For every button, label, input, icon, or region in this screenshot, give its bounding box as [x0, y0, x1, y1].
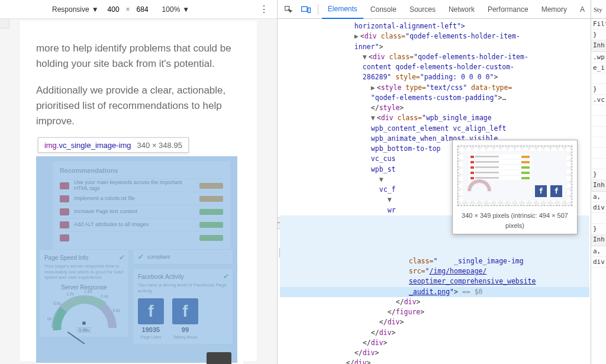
zoom-select[interactable]: 100% ▼ — [162, 5, 190, 14]
element-tooltip: img.vc_single_image-img 340 × 348.95 — [38, 137, 189, 153]
dom-tree[interactable]: ⋯ horizontal-alignment-left"> ▶<div clas… — [278, 19, 591, 364]
zoom-label: 100% — [162, 5, 180, 14]
chevron-down-icon: ▼ — [182, 5, 189, 14]
tab-more[interactable]: A — [574, 0, 591, 19]
tab-network[interactable]: Network — [443, 0, 481, 19]
disclosure-arrow-icon[interactable]: ▼ — [363, 52, 369, 62]
src-link[interactable]: seoptimer_comprehensive_website — [409, 277, 536, 285]
devtools-tabs: Elements Console Sources Network Perform… — [278, 0, 591, 19]
src-link[interactable]: _audit.png — [409, 288, 450, 296]
dimension-separator: × — [126, 5, 130, 14]
tab-sources[interactable]: Sources — [404, 0, 441, 19]
device-viewport: more to help identify problems that coul… — [0, 19, 277, 364]
tab-console[interactable]: Console — [365, 0, 402, 19]
image-preview-label: 340 × 349 pixels (intrinsic: 494 × 507 p… — [453, 209, 577, 234]
disclosure-arrow-icon[interactable]: ▶ — [354, 31, 360, 41]
toggle-device-icon[interactable] — [298, 1, 314, 18]
viewport-width-input[interactable] — [104, 4, 124, 15]
more-options-icon[interactable]: ⋮ — [256, 4, 272, 15]
viewport-height-input[interactable] — [133, 4, 153, 15]
devtools: Elements Console Sources Network Perform… — [277, 0, 606, 364]
inspect-icon[interactable] — [280, 1, 296, 18]
inspected-image-overlay[interactable]: Recommendations Use your main keywords a… — [36, 156, 237, 363]
floating-button[interactable] — [207, 352, 231, 364]
page-body-text: more to help identify problems that coul… — [36, 41, 243, 130]
src-link[interactable]: /img/homepage/ — [429, 267, 486, 275]
styles-filter[interactable]: Filt — [591, 19, 606, 30]
svg-rect-2 — [308, 8, 310, 12]
svg-rect-1 — [301, 7, 307, 11]
device-select-label: Responsive — [52, 5, 89, 14]
chevron-down-icon: ▼ — [92, 5, 99, 14]
image-preview-tooltip: ff 340 × 349 pixels (intrinsic: 494 × 50… — [452, 140, 578, 234]
tab-elements[interactable]: Elements — [322, 0, 363, 19]
tab-memory[interactable]: Memory — [536, 0, 573, 19]
styles-pane[interactable]: Sty Filt } Inh .wp e_i } .vc } Inh a, di… — [591, 0, 606, 364]
disclosure-arrow-icon[interactable]: ▶ — [371, 83, 377, 93]
device-toolbar-area: Responsive ▼ × 100% ▼ ⋮ more to help ide… — [0, 0, 277, 364]
disclosure-arrow-icon[interactable]: ▼ — [379, 175, 385, 185]
styles-tab[interactable]: Sty — [591, 0, 606, 19]
device-select[interactable]: Responsive ▼ — [52, 5, 99, 14]
page-frame[interactable]: more to help identify problems that coul… — [20, 21, 257, 361]
ruler-corner — [0, 19, 9, 28]
highlight-overlay — [36, 156, 237, 363]
device-toolbar: Responsive ▼ × 100% ▼ ⋮ — [0, 0, 277, 19]
tab-performance[interactable]: Performance — [482, 0, 534, 19]
